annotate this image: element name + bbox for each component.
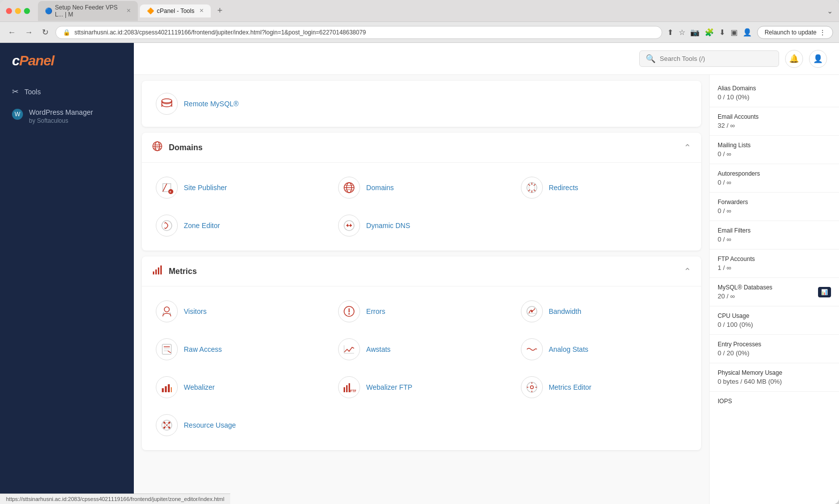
tool-item-metrics-editor[interactable]: Metrics Editor [517,372,691,402]
wordpress-title: WordPress Manager [29,108,93,116]
screenshot-button[interactable]: 📷 [690,28,700,37]
resource-usage-label: Resource Usage [184,421,236,429]
stat-mailing-lists-value: 0 / ∞ [718,150,831,158]
bandwidth-icon [521,300,543,322]
tool-item-analog-stats[interactable]: Analog Stats [517,334,691,364]
sidebar-toggle-button[interactable]: ▣ [731,28,738,37]
webalizer-icon [156,376,178,398]
metrics-collapse-button[interactable]: ⌃ [684,266,691,277]
domains-icon [338,177,360,199]
tool-item-awstats[interactable]: Awstats [334,334,508,364]
awstats-icon [338,338,360,360]
svg-rect-39 [168,384,170,392]
mysql-chart-button[interactable]: 📊 [818,287,831,297]
close-window-button[interactable] [6,8,12,14]
stat-forwarders-value: 0 / ∞ [718,207,831,215]
tool-item-webalizer-ftp[interactable]: FTP Webalizer FTP [334,372,508,402]
tab-2-favicon: 🔶 [147,7,154,14]
zone-editor-icon [156,215,178,237]
tab-1[interactable]: 🔵 Setup Neo Feeder VPS L... | M ✕ [38,1,138,21]
url-input-wrap[interactable]: 🔒 sttsinarhusni.ac.id:2083/cpsess4021119… [55,26,662,39]
bookmark-button[interactable]: ☆ [679,28,685,37]
stat-email-accounts-value: 32 / ∞ [718,122,831,129]
relaunch-button[interactable]: Relaunch to update ⋮ [757,26,833,39]
tool-item-errors[interactable]: Errors [334,296,508,326]
tool-item-domains[interactable]: Domains [334,173,508,203]
svg-point-55 [163,422,165,424]
site-publisher-icon: + [156,177,178,199]
stat-cpu-usage-label: CPU Usage [718,312,831,319]
forward-button[interactable]: → [23,26,35,39]
metrics-editor-label: Metrics Editor [549,383,592,391]
notifications-button[interactable]: 🔔 [785,50,803,68]
stat-email-accounts: Email Accounts 32 / ∞ [710,107,839,136]
maximize-window-button[interactable] [24,8,30,14]
download-button[interactable]: ⬇ [719,28,726,37]
extension-button[interactable]: 🧩 [705,28,714,37]
partial-top-section: Remote MySQL® [142,81,701,127]
tool-item-site-publisher[interactable]: + Site Publisher [152,173,326,203]
metrics-section-header[interactable]: Metrics ⌃ [142,256,701,286]
zone-editor-label: Zone Editor [184,222,220,230]
tab-overflow-button[interactable]: ⌄ [827,7,833,15]
sidebar-item-tools[interactable]: ✂ Tools [0,81,134,102]
webalizer-ftp-icon: FTP [338,376,360,398]
stat-iops: IOPS [710,392,839,412]
share-button[interactable]: ⬆ [667,28,674,37]
dynamic-dns-icon [338,215,360,237]
url-display: sttsinarhusni.ac.id:2083/cpsess402111916… [74,29,655,36]
svg-rect-38 [165,386,167,392]
tool-item-resource-usage[interactable]: Resource Usage [152,410,326,440]
traffic-lights [6,8,30,14]
wordpress-icon: W [12,109,23,120]
stat-mailing-lists-label: Mailing Lists [718,142,831,149]
analog-stats-label: Analog Stats [549,345,588,353]
svg-rect-21 [160,265,162,274]
stat-autoresponders: Autoresponders 0 / ∞ [710,164,839,193]
scroll-content[interactable]: Remote MySQL® [134,75,709,504]
user-menu-button[interactable]: 👤 [809,50,827,68]
tool-item-dynamic-dns[interactable]: Dynamic DNS [334,211,508,241]
svg-point-29 [531,310,533,312]
tool-item-bandwidth[interactable]: Bandwidth [517,296,691,326]
analog-stats-icon [521,338,543,360]
stat-forwarders-label: Forwarders [718,199,831,206]
metrics-editor-icon [521,376,543,398]
search-wrap[interactable]: 🔍 [639,50,779,67]
tool-item-remote-mysql[interactable]: Remote MySQL® [152,89,243,119]
tab-2-close[interactable]: ✕ [199,7,204,14]
lock-icon: 🔒 [63,29,70,36]
back-button[interactable]: ← [6,26,18,39]
tool-item-redirects[interactable]: Redirects [517,173,691,203]
tool-item-raw-access[interactable]: Raw Access [152,334,326,364]
stat-physical-memory-value: 0 bytes / 640 MB (0%) [718,378,831,385]
tool-item-webalizer[interactable]: Webalizer [152,372,326,402]
tab-1-close[interactable]: ✕ [126,7,131,14]
domains-section: Domains ⌃ + [142,133,701,251]
stat-forwarders: Forwarders 0 / ∞ [710,193,839,221]
search-input[interactable] [660,55,773,62]
refresh-button[interactable]: ↻ [40,25,50,39]
tab-2[interactable]: 🔶 cPanel - Tools ✕ [140,4,211,17]
sidebar-item-wordpress[interactable]: W WordPress Manager by Softaculous [0,102,134,130]
status-bar-url: https://sttsinarhusni.ac.id:2083/cpsess4… [6,496,224,502]
new-tab-button[interactable]: + [213,4,227,18]
svg-rect-18 [153,271,154,274]
minimize-window-button[interactable] [15,8,21,14]
stat-ftp-accounts-value: 1 / ∞ [718,264,831,271]
stat-cpu-usage: CPU Usage 0 / 100 (0%) [710,306,839,335]
stat-alias-domains-label: Alias Domains [718,85,831,92]
bandwidth-label: Bandwidth [549,307,581,315]
tool-item-visitors[interactable]: Visitors [152,296,326,326]
redirects-label: Redirects [549,184,578,192]
tab-1-favicon: 🔵 [45,7,52,14]
main-content: 🔍 🔔 👤 [134,43,839,504]
domains-section-title: Domains [169,143,684,152]
domains-collapse-button[interactable]: ⌃ [684,142,691,153]
svg-point-27 [349,313,350,315]
stat-iops-label: IOPS [718,398,831,405]
domains-section-header[interactable]: Domains ⌃ [142,133,701,163]
svg-rect-31 [162,344,171,354]
profile-button[interactable]: 👤 [743,28,752,37]
tool-item-zone-editor[interactable]: Zone Editor [152,211,326,241]
